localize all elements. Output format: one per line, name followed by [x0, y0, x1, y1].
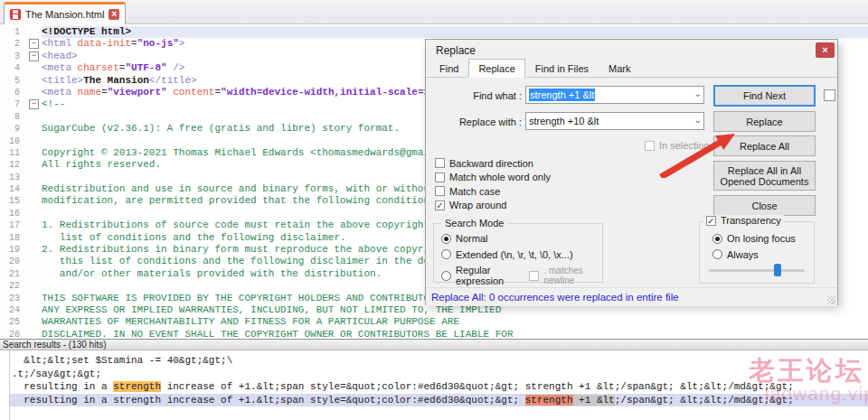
fold-margin — [27, 316, 42, 328]
fold-margin — [27, 268, 42, 280]
fold-margin — [27, 172, 42, 183]
tab-close-icon[interactable]: × — [108, 9, 119, 20]
find-what-value: strength +1 &lt — [529, 89, 595, 101]
checkbox-label: Wrap around — [449, 200, 506, 210]
fold-margin — [27, 159, 42, 171]
dialog-tabs: FindReplaceFind in FilesMark — [429, 61, 641, 78]
transparency-slider-handle[interactable] — [774, 264, 781, 276]
hl-orange-highlight: strength — [113, 381, 161, 392]
checkbox-box[interactable]: ✓ — [435, 201, 445, 210]
chevron-down-icon[interactable]: ⌄ — [694, 115, 702, 125]
radio-always[interactable]: Always — [712, 249, 759, 260]
line-number: 25 — [0, 316, 27, 328]
radio-button[interactable] — [441, 249, 451, 259]
radio-label: Always — [727, 249, 759, 260]
fold-margin — [27, 75, 42, 87]
checkbox-match-whole-word-only[interactable]: Match whole word only — [435, 173, 551, 182]
line-number: 26 — [0, 329, 27, 339]
result-line[interactable]: resulting in a strength increase of +1.&… — [10, 394, 868, 407]
radio-button[interactable] — [712, 249, 722, 259]
fold-margin — [27, 111, 42, 123]
fold-margin — [27, 329, 42, 339]
close-icon[interactable]: × — [816, 42, 835, 58]
fold-margin — [27, 293, 42, 304]
find-what-input[interactable]: strength +1 &lt ⌄ — [525, 86, 704, 104]
fold-marker-icon[interactable] — [27, 98, 42, 110]
fold-marker-icon[interactable] — [27, 38, 42, 50]
unsaved-floppy-icon — [10, 9, 21, 20]
line-number: 24 — [0, 304, 27, 316]
line-number: 19 — [0, 244, 27, 256]
radio-label: Extended (\n, \r, \t, \0, \x...) — [456, 249, 573, 260]
dialog-tab-mark[interactable]: Mark — [599, 60, 640, 78]
replace-with-value: strength +10 &lt — [529, 116, 599, 126]
transparency-checkbox[interactable]: ✓ Transparency — [703, 215, 784, 226]
checkbox-box[interactable] — [435, 186, 445, 196]
fold-margin — [27, 135, 42, 147]
radio-on-losing-focus[interactable]: On losing focus — [712, 233, 796, 244]
result-line[interactable]: resulting in a strength increase of +1.&… — [12, 380, 868, 394]
dialog-tab-replace[interactable]: Replace — [468, 59, 524, 78]
radio-normal[interactable]: Normal — [441, 233, 487, 244]
line-number: 14 — [0, 183, 27, 195]
result-line[interactable]: .t;/say&gt;&gt; — [12, 368, 868, 381]
search-results-header[interactable]: Search results - (130 hits) — [0, 339, 868, 350]
checkbox-box[interactable] — [435, 158, 445, 168]
fold-margin — [27, 232, 42, 244]
dialog-status-bar: Replace All: 0 occurrences were replaced… — [426, 287, 837, 306]
replace-with-input[interactable]: strength +10 &lt ⌄ — [525, 112, 704, 130]
in-selection-box[interactable] — [645, 141, 655, 151]
radio-regular-expression[interactable]: Regular expression. matches newline — [441, 265, 602, 286]
editor-line[interactable]: 26DISCLAIMED. IN NO EVENT SHALL THE COPY… — [0, 329, 868, 339]
fold-margin — [27, 208, 42, 219]
find-next-button[interactable]: Find Next — [713, 85, 816, 107]
line-number: 16 — [0, 208, 27, 219]
replace-with-label: Replace with : — [433, 117, 522, 127]
file-tab[interactable]: The Mansion.html × — [4, 2, 126, 24]
matches-newline-checkbox[interactable] — [529, 271, 539, 281]
line-number: 22 — [0, 280, 27, 292]
checkbox-match-case[interactable]: Match case — [435, 186, 551, 196]
line-number: 12 — [0, 159, 27, 171]
line-number: 4 — [0, 62, 27, 74]
line-number: 23 — [0, 293, 27, 304]
checkbox-wrap-around[interactable]: ✓Wrap around — [435, 201, 551, 210]
search-results-list: &lt;&lt;set $Stamina -= 40&gt;&gt;\.t;/s… — [0, 350, 868, 406]
radio-extended-n-r-t-0-x[interactable]: Extended (\n, \r, \t, \0, \x...) — [441, 249, 573, 260]
find-next-side-checkbox[interactable] — [824, 89, 835, 101]
editor-line[interactable]: 1<!DOCTYPE html> — [0, 26, 868, 38]
radio-button[interactable] — [441, 234, 451, 244]
transparency-label: Transparency — [721, 215, 781, 226]
checkbox-backward-direction[interactable]: Backward direction — [435, 158, 551, 168]
radio-button[interactable] — [712, 234, 722, 244]
resize-grip-icon[interactable] — [827, 296, 835, 304]
dialog-close-button[interactable]: Close — [713, 195, 816, 216]
transparency-slider-track[interactable] — [709, 269, 805, 272]
radio-button[interactable] — [441, 271, 451, 281]
fold-marker-icon[interactable] — [27, 51, 42, 62]
dialog-tab-find[interactable]: Find — [429, 60, 468, 78]
dialog-tab-find-in-files[interactable]: Find in Files — [525, 60, 599, 78]
line-number: 18 — [0, 232, 27, 244]
result-line[interactable]: &lt;&lt;set $Stamina -= 40&gt;&gt;\ — [12, 354, 868, 368]
fold-margin — [27, 256, 42, 267]
transparency-box[interactable]: ✓ — [706, 216, 716, 226]
fold-margin — [27, 304, 42, 316]
editor-line[interactable]: 25WARRANTIES OF MERCHANTABILITY AND FITN… — [0, 316, 868, 328]
fold-margin — [27, 244, 42, 256]
line-number: 15 — [0, 195, 27, 207]
code-text: WARRANTIES OF MERCHANTABILITY AND FITNES… — [42, 316, 868, 328]
fold-margin — [27, 219, 42, 231]
checkbox-label: Match case — [449, 186, 500, 197]
line-number: 21 — [0, 268, 27, 280]
fold-margin — [27, 87, 42, 98]
checkbox-box[interactable] — [435, 173, 445, 182]
replace-dialog: Replace × FindReplaceFind in FilesMark F… — [425, 39, 838, 305]
line-number: 3 — [0, 51, 27, 62]
radio-label: On losing focus — [727, 233, 796, 244]
line-number: 1 — [0, 26, 27, 38]
line-number: 10 — [0, 135, 27, 147]
chevron-down-icon[interactable]: ⌄ — [694, 89, 702, 98]
line-number: 13 — [0, 172, 27, 183]
fold-margin — [27, 183, 42, 195]
